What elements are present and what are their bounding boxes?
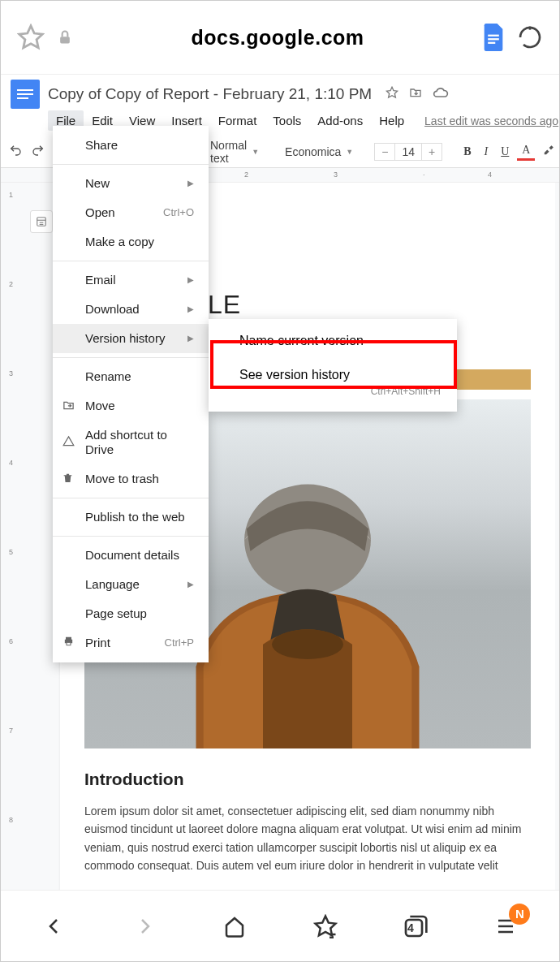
paragraph-style-label: Normal text xyxy=(210,139,247,165)
folder-move-icon xyxy=(62,399,75,413)
menu-item-print[interactable]: PrintCtrl+P xyxy=(53,628,209,658)
text-color-button[interactable]: A xyxy=(517,142,535,162)
svg-marker-0 xyxy=(19,26,42,48)
caret-down-icon: ▼ xyxy=(346,148,353,156)
back-button[interactable] xyxy=(38,910,71,943)
document-title[interactable]: Copy of Copy of Report - February 21, 1:… xyxy=(48,85,372,102)
menu-item-rename[interactable]: Rename xyxy=(53,362,209,391)
svg-rect-3 xyxy=(488,38,499,40)
font-label: Economica xyxy=(285,145,341,158)
trash-icon xyxy=(62,472,73,487)
chevron-right-icon: ▶ xyxy=(187,275,194,285)
svg-rect-1 xyxy=(60,37,70,43)
menu-item-new[interactable]: New▶ xyxy=(53,169,209,198)
move-folder-icon[interactable] xyxy=(408,86,423,102)
menu-item-move[interactable]: Move xyxy=(53,391,209,421)
menu-item-move-trash[interactable]: Move to trash xyxy=(53,464,209,494)
reload-icon[interactable] xyxy=(517,24,543,50)
chevron-right-icon: ▶ xyxy=(187,580,194,589)
ruler-mark: 4 xyxy=(488,170,492,179)
version-history-submenu: Name current version See version history… xyxy=(209,319,457,412)
font-size-stepper[interactable]: −14+ xyxy=(374,143,442,161)
lock-icon xyxy=(57,28,73,47)
menu-item-page-setup[interactable]: Page setup xyxy=(53,599,209,628)
chevron-right-icon: ▶ xyxy=(187,304,194,314)
svg-rect-4 xyxy=(488,42,495,44)
highlight-button[interactable] xyxy=(538,141,559,162)
forward-button[interactable] xyxy=(128,910,161,943)
menu-item-make-copy[interactable]: Make a copy xyxy=(53,227,209,257)
svg-marker-5 xyxy=(386,87,397,97)
menu-item-open[interactable]: OpenCtrl+O xyxy=(53,198,209,227)
browser-url[interactable]: docs.google.com xyxy=(85,26,470,50)
document-outline-button[interactable] xyxy=(30,210,53,233)
svg-point-11 xyxy=(272,629,343,659)
last-edit-link[interactable]: Last edit was seconds ago xyxy=(424,114,558,127)
menu-addons[interactable]: Add-ons xyxy=(309,110,371,131)
home-button[interactable] xyxy=(218,910,251,943)
drive-shortcut-icon xyxy=(62,435,75,451)
tabs-button[interactable]: 4 xyxy=(399,910,432,943)
docs-header: Copy of Copy of Report - February 21, 1:… xyxy=(1,74,559,109)
intro-paragraph: Lorem ipsum dolor sit amet, consectetuer… xyxy=(84,802,531,875)
ruler-mark: 3 xyxy=(334,170,338,179)
decrease-size-button[interactable]: − xyxy=(375,144,394,160)
svg-rect-2 xyxy=(488,35,499,37)
tabs-count: 4 xyxy=(407,921,414,934)
cloud-icon[interactable] xyxy=(433,87,449,101)
undo-icon[interactable] xyxy=(9,144,22,159)
chevron-right-icon: ▶ xyxy=(187,179,194,188)
menu-help[interactable]: Help xyxy=(371,110,412,131)
star-outline-icon[interactable] xyxy=(386,86,398,102)
caret-down-icon: ▼ xyxy=(252,148,259,156)
redo-icon[interactable] xyxy=(32,144,45,159)
svg-marker-14 xyxy=(315,916,335,935)
bold-button[interactable]: B xyxy=(459,142,476,162)
paragraph-style-select[interactable]: Normal text▼ xyxy=(205,139,264,165)
notification-badge: N xyxy=(509,904,530,925)
italic-button[interactable]: I xyxy=(480,142,493,162)
menu-item-language[interactable]: Language▶ xyxy=(53,570,209,599)
menu-item-document-details[interactable]: Document details xyxy=(53,541,209,570)
menu-button[interactable]: N xyxy=(489,910,522,943)
menu-item-add-shortcut[interactable]: Add shortcut to Drive xyxy=(53,421,209,464)
menu-item-download[interactable]: Download▶ xyxy=(53,295,209,324)
chevron-right-icon: ▶ xyxy=(187,334,194,343)
menu-item-version-history[interactable]: Version history▶ xyxy=(53,324,209,353)
menu-item-share[interactable]: Share xyxy=(53,131,209,160)
bookmark-star-icon[interactable] xyxy=(17,24,45,51)
font-size-value[interactable]: 14 xyxy=(394,144,422,160)
submenu-see-version-history[interactable]: See version history Ctrl+Alt+Shift+H xyxy=(209,358,457,407)
menu-item-email[interactable]: Email▶ xyxy=(53,265,209,295)
menu-item-publish-web[interactable]: Publish to the web xyxy=(53,503,209,532)
docs-logo-icon[interactable] xyxy=(11,80,40,109)
docs-app-icon[interactable] xyxy=(482,24,505,51)
svg-marker-12 xyxy=(63,436,74,445)
menu-format[interactable]: Format xyxy=(210,110,265,131)
menu-tools[interactable]: Tools xyxy=(265,110,309,131)
submenu-name-current-version[interactable]: Name current version xyxy=(209,324,457,358)
browser-bottom-nav: 4 N xyxy=(1,890,559,961)
underline-button[interactable]: U xyxy=(496,142,514,162)
intro-heading: Introduction xyxy=(84,770,531,789)
increase-size-button[interactable]: + xyxy=(422,144,442,160)
svg-rect-13 xyxy=(67,643,71,645)
ruler-mark: 2 xyxy=(244,170,248,179)
print-icon xyxy=(62,636,75,650)
browser-top-bar: docs.google.com xyxy=(1,1,559,74)
font-select[interactable]: Economica▼ xyxy=(280,145,358,158)
bookmarks-button[interactable] xyxy=(309,910,342,943)
file-menu-dropdown: Share New▶ OpenCtrl+O Make a copy Email▶… xyxy=(53,126,209,662)
